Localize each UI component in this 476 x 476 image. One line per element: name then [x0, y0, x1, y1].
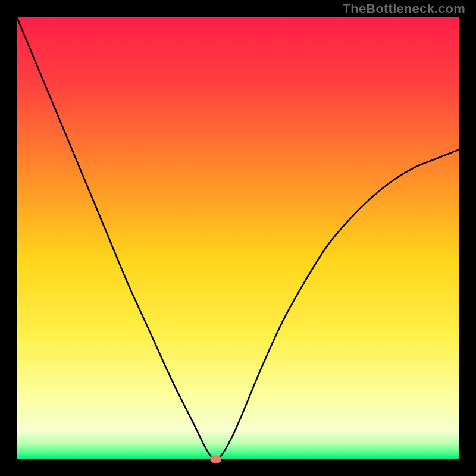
chart-frame: { "watermark": "TheBottleneck.com", "col…	[0, 0, 476, 476]
chart-svg	[0, 0, 476, 476]
plot-background	[17, 17, 459, 459]
optimal-marker	[211, 456, 221, 463]
